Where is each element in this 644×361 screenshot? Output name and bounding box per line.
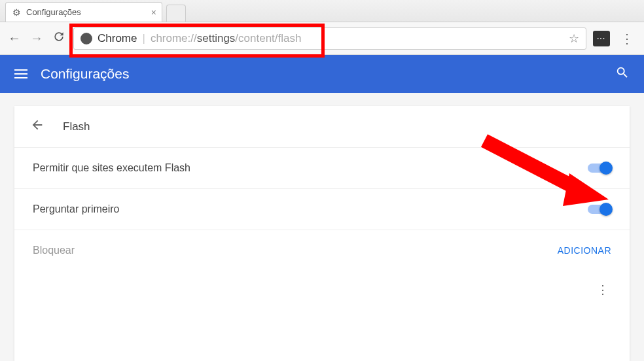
browser-tab-bar: ⚙ Configurações × [0, 0, 644, 22]
extension-button[interactable]: ●●● [593, 31, 610, 46]
address-url: chrome://settings/content/flash [151, 32, 302, 45]
toggle-allow-flash[interactable] [588, 163, 611, 173]
setting-label: Perguntar primeiro [33, 203, 120, 215]
page-title: Flash [63, 120, 90, 133]
tab-title: Configurações [26, 7, 81, 17]
browser-toolbar: ← → Chrome | chrome://settings/content/f… [0, 22, 644, 55]
add-button[interactable]: ADICIONAR [558, 245, 611, 256]
block-label: Bloquear [33, 245, 75, 256]
row-overflow: ⋮ [14, 271, 630, 309]
address-scheme-label: Chrome [98, 32, 137, 45]
bookmark-star-icon[interactable]: ☆ [569, 31, 579, 46]
settings-panel: Flash Permitir que sites executem Flash … [14, 106, 630, 361]
browser-tab[interactable]: ⚙ Configurações × [5, 2, 162, 22]
toggle-ask-first[interactable] [588, 205, 611, 214]
setting-label: Permitir que sites executem Flash [33, 162, 190, 174]
panel-back-button[interactable] [30, 118, 45, 135]
setting-row-allow-flash: Permitir que sites executem Flash [14, 147, 630, 188]
settings-title: Configurações [41, 66, 602, 82]
browser-menu-icon[interactable]: ⋮ [617, 31, 637, 46]
settings-content: Flash Permitir que sites executem Flash … [0, 93, 644, 361]
settings-header: Configurações [0, 55, 644, 93]
new-tab-button[interactable] [166, 5, 186, 22]
back-button[interactable]: ← [7, 31, 22, 46]
setting-row-block: Bloquear ADICIONAR [14, 230, 630, 271]
setting-row-ask-first: Perguntar primeiro [14, 188, 630, 230]
more-menu-icon[interactable]: ⋮ [597, 283, 609, 297]
reload-button[interactable] [51, 30, 67, 46]
address-bar[interactable]: Chrome | chrome://settings/content/flash… [73, 27, 586, 50]
separator: | [142, 32, 145, 45]
panel-header: Flash [14, 106, 630, 147]
close-icon[interactable]: × [151, 7, 156, 18]
search-icon[interactable] [615, 65, 630, 82]
forward-button: → [29, 31, 45, 46]
hamburger-menu-icon[interactable] [14, 69, 27, 78]
chrome-icon [80, 33, 92, 44]
gear-icon: ⚙ [12, 7, 21, 18]
